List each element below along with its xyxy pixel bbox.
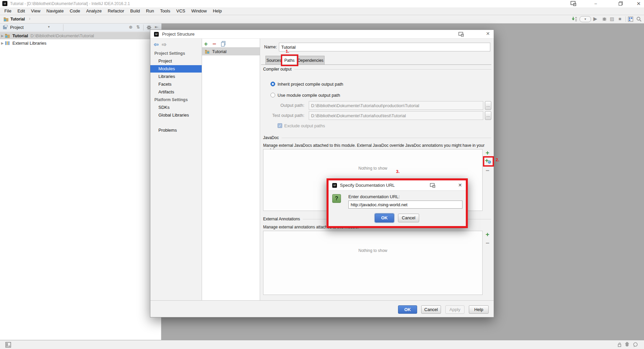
remove-module-icon[interactable]: − — [212, 41, 216, 47]
url-dialog-title: Specify Documentation URL — [340, 183, 395, 188]
menu-edit[interactable]: Edit — [14, 7, 28, 15]
annotation-step-3: 3. — [396, 169, 400, 174]
help-button[interactable]: Help — [469, 305, 489, 314]
module-list-row-selected[interactable]: Tutorial — [202, 48, 260, 55]
add-annotation-icon[interactable]: + — [486, 232, 489, 237]
browse-test-output-button[interactable]: ... — [485, 111, 491, 120]
module-folder-icon — [205, 49, 210, 54]
expand-chevron-icon[interactable]: ▶ — [0, 34, 5, 38]
search-everywhere-icon[interactable] — [636, 16, 642, 22]
close-icon[interactable]: ✕ — [486, 31, 490, 36]
sidebar-item-problems[interactable]: Problems — [150, 127, 202, 134]
sidebar-item-sdks[interactable]: SDKs — [150, 104, 202, 111]
expand-chevron-icon[interactable]: ▶ — [0, 41, 5, 45]
panel-header-divider — [143, 25, 144, 31]
tab-sources-label: Sources — [266, 58, 281, 63]
module-name-input[interactable] — [279, 43, 490, 51]
menu-window[interactable]: Window — [188, 7, 210, 15]
sidebar-item-artifacts[interactable]: Artifacts — [150, 88, 202, 96]
toolwindow-switcher-icon[interactable] — [5, 342, 11, 348]
menu-file[interactable]: File — [1, 7, 14, 15]
sidebar-item-modules[interactable]: Modules — [150, 65, 202, 73]
annotation-step-2: 2. — [496, 157, 499, 162]
tree-row-project-root[interactable]: ▶ Tutorial D:\Bibliothek\Dokumente\Tutor… — [0, 32, 161, 39]
project-root-name: Tutorial — [12, 33, 28, 38]
menu-code[interactable]: Code — [67, 7, 83, 15]
panel-header-divider — [63, 24, 63, 31]
debug-icon[interactable] — [602, 16, 607, 21]
add-module-icon[interactable]: + — [204, 41, 208, 47]
touch-keyboard-icon[interactable] — [571, 1, 576, 6]
update-project-icon[interactable] — [572, 16, 578, 22]
collapse-all-icon[interactable]: ⇅ — [136, 25, 140, 30]
documentation-url-input[interactable] — [348, 201, 462, 209]
project-view-selector[interactable]: Project — [10, 25, 23, 30]
restore-button[interactable] — [618, 1, 623, 6]
specify-documentation-url-dialog: IJ Specify Documentation URL ✕ ? Enter d… — [327, 178, 468, 228]
use-module-output-label[interactable]: Use module compile output path — [278, 93, 340, 98]
menu-refactor[interactable]: Refactor — [105, 7, 127, 15]
project-tool-window: Project ▾ ⊕ ⇅ ⇤ ▶ Tutorial D:\Bibliothek… — [0, 24, 161, 340]
annotations-list[interactable] — [263, 231, 483, 295]
chevron-down-icon: ▾ — [48, 25, 50, 29]
add-javadoc-icon[interactable]: + — [486, 150, 489, 156]
minimize-button[interactable]: – — [591, 1, 600, 7]
inherit-output-label[interactable]: Inherit project compile output path — [278, 82, 343, 87]
ok-button[interactable]: OK — [398, 305, 417, 314]
tree-row-external-libraries[interactable]: ▶ External Libraries — [0, 39, 161, 47]
sidebar-item-facets[interactable]: Facets — [150, 81, 202, 88]
touch-keyboard-icon[interactable] — [430, 183, 435, 188]
sidebar-item-global-libraries[interactable]: Global Libraries — [150, 112, 202, 119]
sidebar-item-libraries[interactable]: Libraries — [150, 73, 202, 80]
url-prompt-label: Enter documentation URL: — [348, 194, 400, 199]
name-label: Name: — [264, 44, 277, 49]
url-ok-button[interactable]: OK — [375, 214, 394, 222]
remove-javadoc-icon[interactable]: − — [486, 168, 489, 173]
hide-panel-icon[interactable]: ⇤ — [155, 25, 158, 30]
close-icon[interactable]: ✕ — [458, 182, 462, 188]
url-dialog-title-bar: IJ Specify Documentation URL ✕ — [329, 180, 466, 191]
menu-help[interactable]: Help — [210, 7, 225, 15]
libraries-icon — [5, 41, 10, 45]
toolwindows-icon[interactable] — [628, 16, 633, 22]
browse-output-button[interactable]: ... — [485, 101, 491, 110]
cancel-button[interactable]: Cancel — [421, 305, 441, 314]
exclude-output-checkbox[interactable]: ✓ — [278, 123, 282, 128]
module-name: Tutorial — [212, 49, 227, 54]
menu-view[interactable]: View — [28, 7, 43, 15]
back-icon[interactable]: ⇦ — [154, 41, 158, 48]
menu-tools[interactable]: Tools — [157, 7, 173, 15]
output-path-input — [309, 101, 483, 110]
external-libraries-label: External Libraries — [12, 41, 46, 46]
locate-file-icon[interactable]: ⊕ — [129, 25, 133, 30]
menu-navigate[interactable]: Navigate — [43, 7, 66, 15]
copy-module-icon[interactable] — [221, 41, 226, 47]
hector-inspections-icon[interactable] — [625, 342, 630, 347]
sidebar-item-project[interactable]: Project — [150, 57, 202, 65]
close-button[interactable]: ✕ — [634, 1, 643, 7]
tab-dependencies[interactable]: Dependencies — [297, 56, 325, 65]
event-log-icon[interactable] — [633, 342, 638, 347]
tab-sources[interactable]: Sources — [265, 56, 282, 65]
title-bar: IJ Tutorial - [D:\Bibliothek\Dokumente\T… — [0, 0, 644, 7]
run-configuration-select[interactable]: ▾ — [580, 16, 591, 22]
lock-icon[interactable] — [617, 343, 622, 347]
menu-run[interactable]: Run — [143, 7, 157, 15]
url-cancel-button[interactable]: Cancel — [398, 214, 419, 222]
inherit-output-radio[interactable] — [270, 82, 275, 86]
menu-build[interactable]: Build — [127, 7, 143, 15]
remove-annotation-icon[interactable]: − — [486, 241, 489, 246]
test-output-path-input — [309, 111, 483, 120]
menu-analyze[interactable]: Analyze — [83, 7, 105, 15]
annotation-box-add-url-icon — [483, 156, 494, 167]
exclude-output-label[interactable]: Exclude output paths — [284, 123, 325, 128]
menu-vcs[interactable]: VCS — [173, 7, 188, 15]
use-module-output-radio[interactable] — [270, 93, 275, 97]
coverage-icon[interactable]: ▨ — [610, 16, 614, 21]
touch-keyboard-icon[interactable] — [458, 32, 464, 37]
tab-dependencies-label: Dependencies — [298, 58, 324, 63]
forward-icon[interactable]: ⇨ — [162, 41, 166, 48]
toolbar-divider — [626, 16, 626, 22]
breadcrumb[interactable]: Tutorial — [10, 17, 25, 21]
run-icon[interactable]: ▶ — [593, 16, 597, 22]
